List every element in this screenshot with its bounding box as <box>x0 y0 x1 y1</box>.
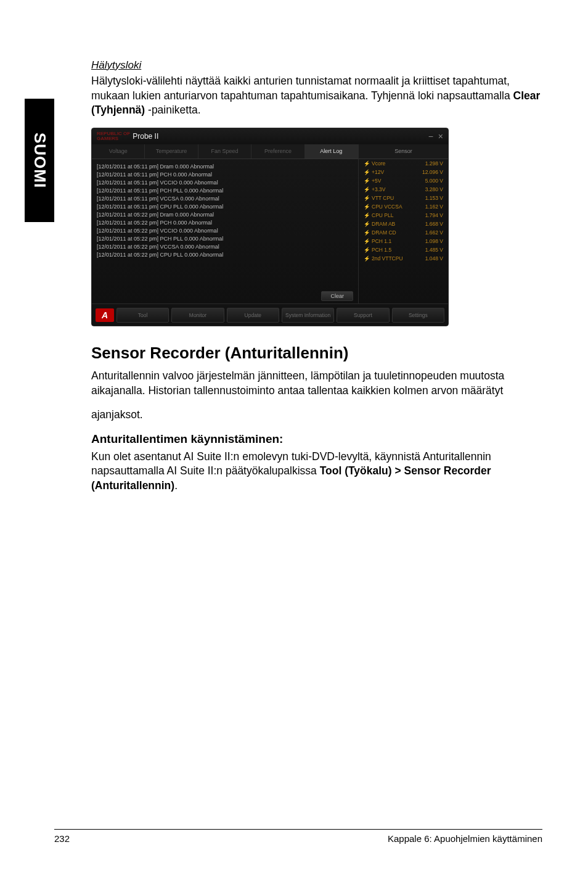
support-button[interactable]: Support <box>337 308 389 323</box>
log-line: [12/01/2011 at 05:22 pm] CPU PLL 0.000 A… <box>97 251 353 259</box>
bolt-icon: ⚡ <box>364 186 370 192</box>
sensor-row: ⚡PCH 1.11.098 V <box>359 237 448 245</box>
sensor-row: ⚡VTT CPU1.153 V <box>359 194 448 202</box>
sensor-value: 1.668 V <box>425 221 443 227</box>
tab-fan-speed[interactable]: Fan Speed <box>198 144 251 159</box>
log-line: [12/01/2011 at 05:11 pm] VCCIO 0.000 Abn… <box>97 179 353 187</box>
system-info-button[interactable]: System Information <box>282 308 334 323</box>
bolt-icon: ⚡ <box>364 195 370 201</box>
side-language-label: SUOMI <box>30 133 49 188</box>
page-footer: 232 Kappale 6: Apuohjelmien käyttäminen <box>54 829 542 844</box>
sensor-row: ⚡CPU PLL1.794 V <box>359 211 448 220</box>
sensor-recorder-heading: Sensor Recorder (Anturitallennin) <box>91 344 542 363</box>
brand-logo-icon: A <box>96 308 114 322</box>
start-paragraph: Kun olet asentanut AI Suite II:n emolevy… <box>91 450 542 493</box>
log-line: [12/01/2011 at 05:22 pm] Dram 0.000 Abno… <box>97 211 353 219</box>
sensor-name: PCH 1.1 <box>372 238 391 244</box>
start-subheading: Anturitallentimen käynnistäminen: <box>91 432 542 446</box>
tool-button[interactable]: Tool <box>116 308 169 323</box>
clear-row: Clear <box>92 289 358 303</box>
bolt-icon: ⚡ <box>364 212 370 218</box>
bolt-icon: ⚡ <box>364 238 370 244</box>
log-line: [12/01/2011 at 05:22 pm] VCCIO 0.000 Abn… <box>97 227 353 235</box>
sensor-row: ⚡CPU VCCSA1.162 V <box>359 202 448 211</box>
sensor-name: CPU VCCSA <box>372 204 402 210</box>
monitor-button[interactable]: Monitor <box>171 308 224 323</box>
settings-button[interactable]: Settings <box>392 308 444 323</box>
sensor-value: 1.162 V <box>425 204 443 210</box>
sensor-name: PCH 1.5 <box>372 247 391 253</box>
sensor-row: ⚡+5V5.000 V <box>359 176 448 185</box>
tab-voltage[interactable]: Voltage <box>92 144 145 159</box>
log-line: [12/01/2011 at 05:11 pm] PCH PLL 0.000 A… <box>97 187 353 195</box>
bolt-icon: ⚡ <box>364 221 370 227</box>
clear-button[interactable]: Clear <box>321 291 353 301</box>
sensor-name: CPU PLL <box>372 212 393 218</box>
log-line: [12/01/2011 at 05:22 pm] PCH PLL 0.000 A… <box>97 235 353 243</box>
sensor-row: ⚡+12V12.096 V <box>359 168 448 176</box>
sensor-value: 1.794 V <box>425 212 443 218</box>
minimize-button[interactable]: − <box>428 131 433 141</box>
sensor-row: ⚡Vcore1.298 V <box>359 159 448 168</box>
sensor-row: ⚡2nd VTTCPU1.048 V <box>359 254 448 263</box>
side-language-tab: SUOMI <box>25 99 54 222</box>
titlebar: REPUBLIC OF GAMERS Probe II − × <box>92 128 448 144</box>
sensor-value: 1.098 V <box>425 238 443 244</box>
footer-toolbar: A Tool Monitor Update System Information… <box>92 303 448 326</box>
sensor-header: Sensor <box>359 144 448 159</box>
intro-tail: -painiketta. <box>145 104 200 116</box>
sensor-value: 1.662 V <box>425 229 443 236</box>
sensor-name: Vcore <box>372 160 385 167</box>
page-number: 232 <box>54 833 70 844</box>
bolt-icon: ⚡ <box>364 169 370 175</box>
sensor-recorder-para-tail: ajanjaksot. <box>91 408 542 423</box>
log-line: [12/01/2011 at 05:11 pm] Dram 0.000 Abno… <box>97 163 353 171</box>
log-line: [12/01/2011 at 05:22 pm] VCCSA 0.000 Abn… <box>97 243 353 251</box>
sensor-value: 12.096 V <box>422 169 443 175</box>
sensor-name: DRAM AB <box>372 221 395 227</box>
sensor-pane: Sensor ⚡Vcore1.298 V ⚡+12V12.096 V ⚡+5V5… <box>358 144 448 303</box>
sensor-value: 3.280 V <box>425 186 443 192</box>
sensor-name: DRAM CD <box>372 229 396 236</box>
app-name: Probe II <box>133 132 158 141</box>
log-line: [12/01/2011 at 05:22 pm] PCH 0.000 Abnor… <box>97 219 353 227</box>
sensor-value: 1.048 V <box>425 255 443 262</box>
sensor-name: +12V <box>372 169 384 175</box>
alert-log-list: [12/01/2011 at 05:11 pm] Dram 0.000 Abno… <box>92 159 358 289</box>
left-pane: Voltage Temperature Fan Speed Preference… <box>92 144 358 303</box>
brand-text: REPUBLIC OF GAMERS <box>97 131 130 141</box>
page-content: Hälytysloki Hälytysloki-välilehti näyttä… <box>91 59 542 503</box>
start-post: . <box>174 479 178 492</box>
log-line: [12/01/2011 at 05:11 pm] CPU PLL 0.000 A… <box>97 203 353 211</box>
window-controls: − × <box>428 131 443 141</box>
tab-alert-log[interactable]: Alert Log <box>305 144 358 159</box>
bolt-icon: ⚡ <box>364 178 370 184</box>
chapter-label: Kappale 6: Apuohjelmien käyttäminen <box>388 833 542 844</box>
log-line: [12/01/2011 at 05:11 pm] PCH 0.000 Abnor… <box>97 171 353 179</box>
update-button[interactable]: Update <box>227 308 279 323</box>
brand: REPUBLIC OF GAMERS Probe II <box>97 131 158 141</box>
tab-row: Voltage Temperature Fan Speed Preference… <box>92 144 358 159</box>
sensor-value: 1.298 V <box>425 160 443 167</box>
bolt-icon: ⚡ <box>364 255 370 262</box>
section-title: Hälytysloki <box>91 59 542 72</box>
tab-temperature[interactable]: Temperature <box>145 144 198 159</box>
probe-ii-screenshot: REPUBLIC OF GAMERS Probe II − × Voltage … <box>91 128 449 326</box>
tab-preference[interactable]: Preference <box>251 144 304 159</box>
sensor-row: ⚡DRAM AB1.668 V <box>359 220 448 228</box>
sensor-row: ⚡DRAM CD1.662 V <box>359 228 448 237</box>
intro-text: Hälytysloki-välilehti näyttää kaikki ant… <box>91 75 513 102</box>
sensor-row: ⚡+3.3V3.280 V <box>359 185 448 194</box>
bolt-icon: ⚡ <box>364 247 370 253</box>
bolt-icon: ⚡ <box>364 229 370 236</box>
sensor-name: +3.3V <box>372 186 385 192</box>
brand-bottom: GAMERS <box>97 136 130 141</box>
sensor-value: 1.485 V <box>425 247 443 253</box>
close-button[interactable]: × <box>438 131 443 141</box>
sensor-recorder-para: Anturitallennin valvoo järjestelmän jänn… <box>91 369 542 398</box>
log-line: [12/01/2011 at 05:11 pm] VCCSA 0.000 Abn… <box>97 195 353 203</box>
app-body: Voltage Temperature Fan Speed Preference… <box>92 144 448 303</box>
sensor-value: 5.000 V <box>425 178 443 184</box>
bolt-icon: ⚡ <box>364 204 370 210</box>
sensor-row: ⚡PCH 1.51.485 V <box>359 245 448 254</box>
